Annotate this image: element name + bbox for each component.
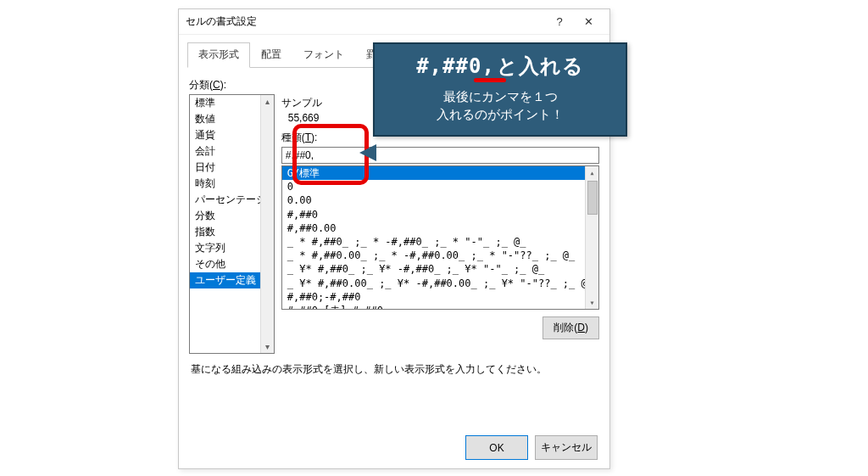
dialog-titlebar: セルの書式設定 ? ✕ [179,9,609,35]
dialog-footer: OK キャンセル [465,435,598,460]
format-row[interactable]: 0 [282,180,598,193]
format-row[interactable]: #,##0.00 [282,221,598,235]
callout-line1: #,##0, と入れる [385,53,615,80]
scroll-thumb[interactable] [587,181,598,215]
callout-line3: 入れるのがポイント！ [385,105,615,123]
scroll-up-icon[interactable]: ▴ [265,95,270,108]
format-row[interactable]: _ * #,##0_ ;_ * -#,##0_ ;_ * "-"_ ;_ @_ [282,235,598,249]
hint-text: 基になる組み込みの表示形式を選択し、新しい表示形式を入力してください。 [191,362,599,377]
annotation-callout: #,##0, と入れる 最後にカンマを１つ 入れるのがポイント！ [373,42,627,137]
cancel-button[interactable]: キャンセル [535,435,598,460]
category-scrollbar[interactable]: ▴ ▾ [260,95,274,353]
ok-button[interactable]: OK [465,435,528,460]
format-row[interactable]: _ * #,##0.00_ ;_ * -#,##0.00_ ;_ * "-"??… [282,249,598,262]
scroll-down-icon[interactable]: ▾ [589,296,594,309]
close-button[interactable]: ✕ [574,10,603,34]
help-button[interactable]: ? [545,10,574,34]
format-type-input[interactable] [281,147,599,164]
format-scrollbar[interactable]: ▴ ▾ [585,166,598,309]
scroll-down-icon[interactable]: ▾ [265,340,270,353]
delete-button[interactable]: 削除(D) [542,316,599,339]
format-row[interactable]: G/標準 [282,166,598,180]
format-row[interactable]: #,##0;-#,##0 [282,290,598,304]
callout-line2: 最後にカンマを１つ [385,87,615,105]
tab-number-format[interactable]: 表示形式 [187,42,250,68]
format-row[interactable]: #,##0;[赤]-#,##0 [282,304,598,310]
tab-alignment[interactable]: 配置 [250,42,292,68]
format-list[interactable]: G/標準 0 0.00 #,##0 #,##0.00 _ * #,##0_ ;_… [281,165,599,310]
format-row[interactable]: _ ¥* #,##0_ ;_ ¥* -#,##0_ ;_ ¥* "-"_ ;_ … [282,262,598,276]
tab-font[interactable]: フォント [292,42,355,68]
category-listbox[interactable]: 標準 数値 通貨 会計 日付 時刻 パーセンテージ 分数 指数 文字列 その他 … [189,94,275,354]
format-row[interactable]: #,##0 [282,208,598,221]
dialog-title: セルの書式設定 [186,14,545,29]
scroll-up-icon[interactable]: ▴ [589,166,594,179]
format-row[interactable]: _ ¥* #,##0.00_ ;_ ¥* -#,##0.00_ ;_ ¥* "-… [282,277,598,290]
format-row[interactable]: 0.00 [282,193,598,207]
